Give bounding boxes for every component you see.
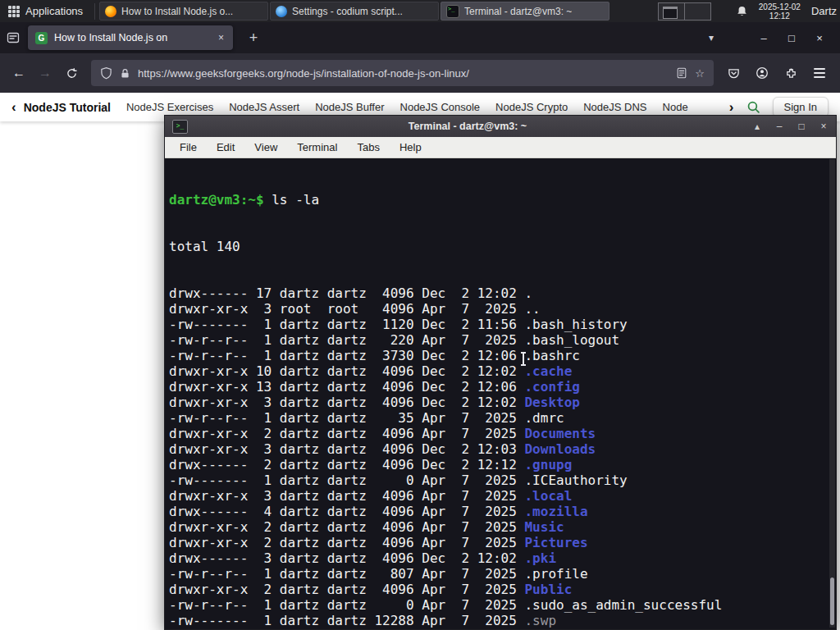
- terminal-line: drwxr-xr-x 3 dartz dartz 4096 Apr 7 2025…: [169, 488, 836, 504]
- applications-menu-button[interactable]: Applications: [0, 0, 91, 22]
- terminal-prompt-line: dartz@vm3:~$ ls -la: [169, 192, 836, 208]
- terminal-menu-tabs[interactable]: Tabs: [357, 141, 379, 153]
- terminal-line: -rw-r--r-- 1 dartz dartz 807 Apr 7 2025 …: [169, 566, 836, 582]
- terminal-menubar: FileEditViewTerminalTabsHelp: [165, 137, 836, 158]
- tracking-shield-icon[interactable]: [100, 66, 112, 80]
- taskbar-clock[interactable]: 2025-12-02 12:12: [759, 2, 801, 21]
- site-search-icon[interactable]: [746, 100, 760, 114]
- terminal-scrollbar[interactable]: [829, 159, 835, 628]
- site-nav-item[interactable]: NodeJS Console: [400, 101, 481, 113]
- terminal-maximize-button[interactable]: □: [797, 121, 806, 132]
- terminal-line: drwx------ 17 dartz dartz 4096 Dec 2 12:…: [169, 285, 836, 301]
- menu-hamburger-icon[interactable]: [806, 60, 833, 86]
- terminal-line: -rw------- 1 dartz dartz 12288 Apr 7 202…: [169, 613, 836, 628]
- terminal-shade-button[interactable]: ▴: [752, 121, 762, 132]
- applications-grid-icon: [8, 6, 20, 17]
- scroll-left-chevron-icon[interactable]: ‹: [11, 100, 16, 114]
- scroll-right-chevron-icon[interactable]: ›: [729, 100, 734, 114]
- taskbar-user-label[interactable]: Dartz: [811, 5, 837, 17]
- site-nav-item[interactable]: NodeJS Assert: [229, 101, 299, 113]
- terminal-line: drwx------ 2 dartz dartz 4096 Dec 2 12:1…: [169, 457, 836, 472]
- workspace-2[interactable]: [685, 3, 710, 20]
- terminal-icon: [446, 5, 459, 18]
- site-nav-item[interactable]: Node: [663, 101, 688, 113]
- terminal-screen[interactable]: dartz@vm3:~$ ls -la total 140 drwx------…: [165, 158, 836, 629]
- terminal-window: >_ Terminal - dartz@vm3: ~ ▴ – □ × FileE…: [164, 115, 837, 630]
- terminal-menu-terminal[interactable]: Terminal: [297, 141, 337, 153]
- terminal-line: drwxr-xr-x 3 root root 4096 Apr 7 2025 .…: [169, 301, 836, 317]
- taskbar-window-button[interactable]: Settings - codium script...: [270, 2, 439, 21]
- back-button[interactable]: ←: [6, 60, 32, 86]
- terminal-line: drwxr-xr-x 10 dartz dartz 4096 Dec 2 12:…: [169, 363, 836, 379]
- terminal-title: Terminal - dartz@vm3: ~: [214, 121, 721, 132]
- window-minimize-button[interactable]: –: [750, 32, 778, 44]
- reload-button[interactable]: [58, 60, 84, 86]
- terminal-menu-view[interactable]: View: [254, 141, 277, 153]
- tab-title: How to Install Node.js on: [54, 32, 210, 43]
- terminal-line: drwxr-xr-x 2 dartz dartz 4096 Apr 7 2025…: [169, 519, 836, 535]
- extensions-icon[interactable]: [778, 60, 804, 86]
- terminal-minimize-button[interactable]: –: [774, 121, 784, 132]
- terminal-menu-file[interactable]: File: [180, 141, 197, 153]
- site-nav-item[interactable]: NodeJS Exercises: [126, 101, 213, 113]
- terminal-command: ls -la: [264, 192, 319, 208]
- terminal-line: -rw-r--r-- 1 dartz dartz 220 Apr 7 2025 …: [169, 332, 836, 348]
- terminal-line: drwx------ 3 dartz dartz 4096 Dec 2 12:0…: [169, 550, 836, 566]
- bookmark-star-icon[interactable]: ☆: [695, 67, 705, 80]
- terminal-line: drwxr-xr-x 2 dartz dartz 4096 Apr 7 2025…: [169, 582, 836, 597]
- terminal-line: drwxr-xr-x 3 dartz dartz 4096 Dec 2 12:0…: [169, 441, 836, 457]
- terminal-line: drwxr-xr-x 13 dartz dartz 4096 Dec 2 12:…: [169, 379, 836, 395]
- notification-bell-icon[interactable]: [736, 5, 748, 18]
- terminal-menu-help[interactable]: Help: [399, 141, 422, 153]
- taskbar-window-button[interactable]: Terminal - dartz@vm3: ~: [441, 2, 609, 21]
- reader-mode-icon[interactable]: [676, 67, 687, 79]
- terminal-line: drwxr-xr-x 3 dartz dartz 4096 Dec 2 12:0…: [169, 395, 836, 410]
- site-nav-item[interactable]: NodeJS DNS: [583, 101, 646, 113]
- taskbar-window-title: Settings - codium script...: [292, 6, 403, 17]
- clock-time: 12:12: [759, 11, 801, 21]
- terminal-line: -rw------- 1 dartz dartz 1120 Dec 2 11:5…: [169, 317, 836, 332]
- url-bar[interactable]: https://www.geeksforgeeks.org/node-js/in…: [91, 60, 714, 86]
- taskbar-window-title: How to Install Node.js o...: [121, 6, 233, 17]
- workspace-switcher[interactable]: [658, 2, 711, 21]
- tab-close-icon[interactable]: ×: [217, 32, 226, 43]
- site-nav-items: NodeJS ExercisesNodeJS AssertNodeJS Buff…: [126, 101, 688, 113]
- window-maximize-button[interactable]: □: [778, 32, 806, 44]
- terminal-line: -rw------- 1 dartz dartz 0 Apr 7 2025 .I…: [169, 472, 836, 488]
- firefox-view-icon[interactable]: [7, 31, 20, 44]
- browser-nav-toolbar: ← → https://www.geeksforgeeks.org/node-j…: [0, 53, 840, 93]
- terminal-line: drwxr-xr-x 2 dartz dartz 4096 Apr 7 2025…: [169, 628, 836, 629]
- padlock-icon[interactable]: [120, 67, 130, 80]
- forward-button[interactable]: →: [32, 60, 58, 86]
- terminal-line: drwxr-xr-x 2 dartz dartz 4096 Apr 7 2025…: [169, 535, 836, 550]
- site-nav-item[interactable]: NodeJS Crypto: [495, 101, 568, 113]
- pocket-icon[interactable]: [720, 60, 746, 86]
- terminal-line: drwxr-xr-x 2 dartz dartz 4096 Apr 7 2025…: [169, 426, 836, 441]
- terminal-line: -rw-r--r-- 1 dartz dartz 0 Apr 7 2025 .s…: [169, 597, 836, 613]
- browser-tab-active[interactable]: G How to Install Node.js on ×: [28, 25, 233, 50]
- terminal-total-line: total 140: [169, 239, 836, 254]
- site-nav-title[interactable]: ‹ NodeJS Tutorial: [11, 100, 111, 114]
- terminal-close-button[interactable]: ×: [819, 121, 829, 132]
- taskbar-windows: How to Install Node.js o...Settings - co…: [98, 0, 610, 22]
- url-text[interactable]: https://www.geeksforgeeks.org/node-js/in…: [138, 67, 669, 80]
- terminal-menu-edit[interactable]: Edit: [217, 141, 235, 153]
- terminal-line: -rw-r--r-- 1 dartz dartz 35 Apr 7 2025 .…: [169, 410, 836, 426]
- taskbar-right: 2025-12-02 12:12 Dartz: [736, 2, 840, 21]
- applications-label: Applications: [25, 5, 83, 17]
- site-nav-item[interactable]: NodeJS Buffer: [315, 101, 384, 113]
- workspace-1[interactable]: [659, 3, 685, 20]
- taskbar-window-button[interactable]: How to Install Node.js o...: [99, 2, 268, 21]
- window-close-button[interactable]: ×: [806, 32, 833, 44]
- taskbar-window-title: Terminal - dartz@vm3: ~: [464, 6, 572, 17]
- terminal-titlebar[interactable]: >_ Terminal - dartz@vm3: ~ ▴ – □ ×: [165, 116, 836, 137]
- new-tab-button[interactable]: +: [243, 30, 264, 47]
- browser-tab-bar: G How to Install Node.js on × + ▾ – □ ×: [0, 22, 840, 53]
- terminal-line: drwx------ 4 dartz dartz 4096 Apr 7 2025…: [169, 504, 836, 519]
- terminal-scrollbar-thumb[interactable]: [830, 578, 834, 625]
- account-icon[interactable]: [749, 60, 775, 86]
- terminal-line: -rw-r--r-- 1 dartz dartz 3730 Dec 2 12:0…: [169, 348, 836, 363]
- list-all-tabs-icon[interactable]: ▾: [709, 32, 714, 43]
- terminal-listing: drwx------ 17 dartz dartz 4096 Dec 2 12:…: [169, 285, 836, 629]
- toolbar-right-icons: [720, 60, 834, 86]
